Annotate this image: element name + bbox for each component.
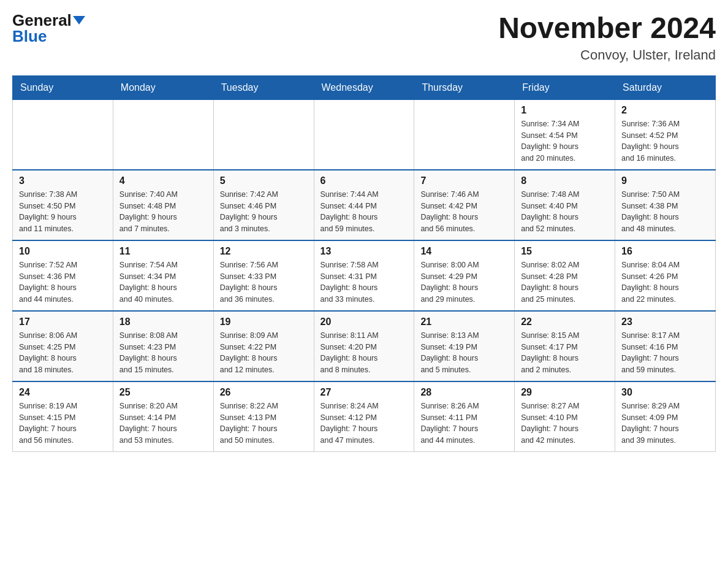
calendar-cell: 21Sunrise: 8:13 AM Sunset: 4:19 PM Dayli…	[414, 311, 515, 381]
calendar-cell: 11Sunrise: 7:54 AM Sunset: 4:34 PM Dayli…	[113, 240, 213, 311]
header-tuesday: Tuesday	[213, 75, 314, 99]
day-number: 1	[521, 105, 609, 116]
day-number: 15	[521, 246, 609, 257]
day-info: Sunrise: 8:06 AM Sunset: 4:25 PM Dayligh…	[19, 330, 107, 376]
title-section: November 2024 Convoy, Ulster, Ireland	[498, 12, 716, 63]
day-info: Sunrise: 7:46 AM Sunset: 4:42 PM Dayligh…	[420, 189, 508, 235]
calendar-cell: 2Sunrise: 7:36 AM Sunset: 4:52 PM Daylig…	[615, 99, 716, 170]
header-friday: Friday	[515, 75, 615, 99]
calendar-cell: 1Sunrise: 7:34 AM Sunset: 4:54 PM Daylig…	[515, 99, 615, 170]
calendar-week-1: 3Sunrise: 7:38 AM Sunset: 4:50 PM Daylig…	[13, 170, 716, 240]
calendar-cell: 4Sunrise: 7:40 AM Sunset: 4:48 PM Daylig…	[113, 170, 213, 240]
calendar-cell: 26Sunrise: 8:22 AM Sunset: 4:13 PM Dayli…	[213, 381, 314, 452]
day-info: Sunrise: 8:19 AM Sunset: 4:15 PM Dayligh…	[19, 400, 107, 446]
logo-general-text: General	[12, 12, 72, 28]
day-number: 22	[521, 316, 609, 327]
calendar-table: Sunday Monday Tuesday Wednesday Thursday…	[12, 75, 716, 452]
day-number: 14	[420, 246, 508, 257]
day-number: 20	[320, 316, 408, 327]
calendar-cell: 13Sunrise: 7:58 AM Sunset: 4:31 PM Dayli…	[314, 240, 414, 311]
day-info: Sunrise: 7:36 AM Sunset: 4:52 PM Dayligh…	[621, 118, 709, 164]
day-info: Sunrise: 8:02 AM Sunset: 4:28 PM Dayligh…	[521, 259, 609, 305]
day-info: Sunrise: 7:48 AM Sunset: 4:40 PM Dayligh…	[521, 189, 609, 235]
calendar-cell: 12Sunrise: 7:56 AM Sunset: 4:33 PM Dayli…	[213, 240, 314, 311]
day-number: 28	[420, 387, 508, 398]
day-info: Sunrise: 8:11 AM Sunset: 4:20 PM Dayligh…	[320, 330, 408, 376]
calendar-cell: 29Sunrise: 8:27 AM Sunset: 4:10 PM Dayli…	[515, 381, 615, 452]
calendar-cell: 18Sunrise: 8:08 AM Sunset: 4:23 PM Dayli…	[113, 311, 213, 381]
day-number: 8	[521, 175, 609, 186]
day-info: Sunrise: 8:26 AM Sunset: 4:11 PM Dayligh…	[420, 400, 508, 446]
day-info: Sunrise: 8:09 AM Sunset: 4:22 PM Dayligh…	[220, 330, 308, 376]
calendar-cell: 8Sunrise: 7:48 AM Sunset: 4:40 PM Daylig…	[515, 170, 615, 240]
day-number: 18	[119, 316, 207, 327]
day-info: Sunrise: 8:04 AM Sunset: 4:26 PM Dayligh…	[621, 259, 709, 305]
calendar-week-3: 17Sunrise: 8:06 AM Sunset: 4:25 PM Dayli…	[13, 311, 716, 381]
calendar-week-2: 10Sunrise: 7:52 AM Sunset: 4:36 PM Dayli…	[13, 240, 716, 311]
logo-blue-text: Blue	[12, 28, 47, 44]
calendar-cell: 22Sunrise: 8:15 AM Sunset: 4:17 PM Dayli…	[515, 311, 615, 381]
day-info: Sunrise: 7:56 AM Sunset: 4:33 PM Dayligh…	[220, 259, 308, 305]
day-number: 23	[621, 316, 709, 327]
calendar-cell: 9Sunrise: 7:50 AM Sunset: 4:38 PM Daylig…	[615, 170, 716, 240]
header-monday: Monday	[113, 75, 213, 99]
day-number: 21	[420, 316, 508, 327]
header-row: Sunday Monday Tuesday Wednesday Thursday…	[13, 75, 716, 99]
day-info: Sunrise: 8:08 AM Sunset: 4:23 PM Dayligh…	[119, 330, 207, 376]
calendar-cell: 25Sunrise: 8:20 AM Sunset: 4:14 PM Dayli…	[113, 381, 213, 452]
day-number: 17	[19, 316, 107, 327]
calendar-subtitle: Convoy, Ulster, Ireland	[498, 47, 716, 63]
calendar-cell: 16Sunrise: 8:04 AM Sunset: 4:26 PM Dayli…	[615, 240, 716, 311]
calendar-week-0: 1Sunrise: 7:34 AM Sunset: 4:54 PM Daylig…	[13, 99, 716, 170]
calendar-cell: 28Sunrise: 8:26 AM Sunset: 4:11 PM Dayli…	[414, 381, 515, 452]
day-info: Sunrise: 8:17 AM Sunset: 4:16 PM Dayligh…	[621, 330, 709, 376]
calendar-cell: 20Sunrise: 8:11 AM Sunset: 4:20 PM Dayli…	[314, 311, 414, 381]
day-number: 19	[220, 316, 308, 327]
logo-triangle-icon	[73, 16, 85, 25]
day-number: 24	[19, 387, 107, 398]
calendar-cell: 24Sunrise: 8:19 AM Sunset: 4:15 PM Dayli…	[13, 381, 113, 452]
calendar-cell: 6Sunrise: 7:44 AM Sunset: 4:44 PM Daylig…	[314, 170, 414, 240]
day-number: 12	[220, 246, 308, 257]
logo: General Blue	[12, 12, 85, 44]
day-number: 13	[320, 246, 408, 257]
day-info: Sunrise: 8:20 AM Sunset: 4:14 PM Dayligh…	[119, 400, 207, 446]
day-number: 30	[621, 387, 709, 398]
day-number: 27	[320, 387, 408, 398]
calendar-cell: 5Sunrise: 7:42 AM Sunset: 4:46 PM Daylig…	[213, 170, 314, 240]
day-info: Sunrise: 8:15 AM Sunset: 4:17 PM Dayligh…	[521, 330, 609, 376]
calendar-cell	[414, 99, 515, 170]
day-info: Sunrise: 7:50 AM Sunset: 4:38 PM Dayligh…	[621, 189, 709, 235]
calendar-cell: 23Sunrise: 8:17 AM Sunset: 4:16 PM Dayli…	[615, 311, 716, 381]
day-info: Sunrise: 7:38 AM Sunset: 4:50 PM Dayligh…	[19, 189, 107, 235]
header-saturday: Saturday	[615, 75, 716, 99]
day-number: 26	[220, 387, 308, 398]
day-number: 9	[621, 175, 709, 186]
day-number: 7	[420, 175, 508, 186]
day-info: Sunrise: 8:13 AM Sunset: 4:19 PM Dayligh…	[420, 330, 508, 376]
day-number: 5	[220, 175, 308, 186]
header-thursday: Thursday	[414, 75, 515, 99]
header-sunday: Sunday	[13, 75, 113, 99]
calendar-cell	[314, 99, 414, 170]
day-number: 2	[621, 105, 709, 116]
calendar-cell: 3Sunrise: 7:38 AM Sunset: 4:50 PM Daylig…	[13, 170, 113, 240]
day-info: Sunrise: 7:44 AM Sunset: 4:44 PM Dayligh…	[320, 189, 408, 235]
day-number: 4	[119, 175, 207, 186]
day-number: 6	[320, 175, 408, 186]
calendar-cell	[113, 99, 213, 170]
day-number: 16	[621, 246, 709, 257]
calendar-title: November 2024	[498, 12, 716, 45]
calendar-cell: 14Sunrise: 8:00 AM Sunset: 4:29 PM Dayli…	[414, 240, 515, 311]
calendar-cell: 7Sunrise: 7:46 AM Sunset: 4:42 PM Daylig…	[414, 170, 515, 240]
day-info: Sunrise: 7:42 AM Sunset: 4:46 PM Dayligh…	[220, 189, 308, 235]
day-info: Sunrise: 8:27 AM Sunset: 4:10 PM Dayligh…	[521, 400, 609, 446]
day-info: Sunrise: 7:52 AM Sunset: 4:36 PM Dayligh…	[19, 259, 107, 305]
calendar-cell: 10Sunrise: 7:52 AM Sunset: 4:36 PM Dayli…	[13, 240, 113, 311]
day-number: 29	[521, 387, 609, 398]
day-info: Sunrise: 7:54 AM Sunset: 4:34 PM Dayligh…	[119, 259, 207, 305]
calendar-cell	[13, 99, 113, 170]
day-number: 25	[119, 387, 207, 398]
day-number: 3	[19, 175, 107, 186]
calendar-cell: 30Sunrise: 8:29 AM Sunset: 4:09 PM Dayli…	[615, 381, 716, 452]
